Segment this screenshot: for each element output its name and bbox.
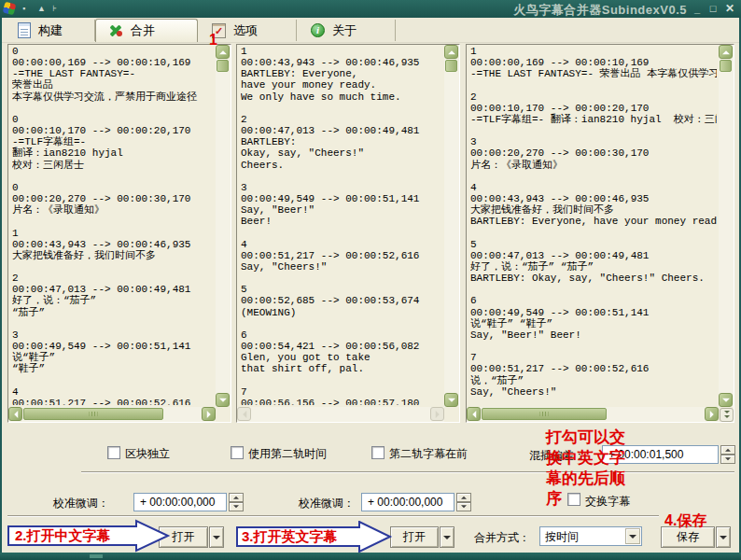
vertical-scroll-thumb[interactable]: [720, 60, 732, 72]
scroll-right-icon[interactable]: [202, 407, 216, 421]
scroll-up-icon[interactable]: [216, 45, 230, 59]
calibrate-stepper-2[interactable]: [456, 493, 471, 511]
scroll-right-icon: [430, 407, 444, 421]
mix-offset-stepper[interactable]: [720, 445, 735, 464]
scroll-down-icon[interactable]: [444, 393, 458, 407]
merge-mode-value: 按时间: [545, 529, 579, 545]
separator: [7, 515, 659, 517]
window-title: 火鸟字幕合并器SubindexV0.5: [513, 2, 687, 19]
merged-subtitle-text: 1 00:00:00,169 --> 00:00:10,169 -=THE LA…: [470, 46, 717, 405]
titlebar-arrow-icon: ▲: [37, 2, 46, 16]
chinese-subtitle-text: 0 00:00:00,169 --> 00:00:10,169 -=THE LA…: [12, 46, 214, 405]
open-english-dropdown-icon[interactable]: [440, 526, 454, 548]
block-independent-checkbox[interactable]: [107, 446, 120, 459]
vertical-scrollbar[interactable]: [444, 45, 459, 407]
horizontal-scrollbar[interactable]: [8, 407, 216, 422]
maximize-icon[interactable]: □: [706, 2, 720, 15]
merged-subtitle-textarea[interactable]: 1 00:00:00,169 --> 00:00:10,169 -=THE LA…: [466, 44, 734, 423]
scroll-left-icon[interactable]: [8, 407, 22, 421]
spin-down-icon[interactable]: [456, 502, 471, 511]
scroll-right-icon[interactable]: [705, 407, 719, 421]
scroll-down-icon[interactable]: [719, 393, 733, 407]
step1-annotation: 1: [209, 32, 217, 49]
separator: [81, 471, 734, 473]
window-border-left: [0, 0, 2, 560]
step2-text: 2.打开中文字幕: [15, 527, 111, 545]
open-english-button[interactable]: 打开: [390, 526, 439, 548]
tab-options-label: 选项: [233, 22, 258, 39]
spin-down-icon[interactable]: [720, 455, 735, 464]
close-icon[interactable]: ✕: [723, 2, 736, 15]
step3-text: 3.打开英文字幕: [242, 528, 338, 546]
horizontal-scrollbar[interactable]: [467, 407, 719, 422]
merge-mode-select[interactable]: 按时间: [539, 526, 642, 546]
horizontal-scroll-thumb[interactable]: [23, 408, 163, 420]
step4-annotation: 4.保存: [664, 511, 706, 531]
toolbar: 构建 合并 选项 关于: [2, 18, 739, 43]
horizontal-scrollbar[interactable]: [237, 407, 444, 422]
resize-grip: [90, 554, 103, 558]
english-subtitle-textarea[interactable]: 1 00:00:43,943 --> 00:00:46,935 BARTLEBY…: [236, 44, 460, 423]
calibrate-input-1[interactable]: + 00:00:00,000: [133, 493, 227, 511]
titlebar[interactable]: ▪ ▲ ⊦ 火鸟字幕合并器SubindexV0.5 _ □ ✕: [0, 0, 741, 18]
spin-up-icon[interactable]: [229, 493, 244, 502]
scroll-left-icon[interactable]: [467, 407, 481, 421]
calibrate-label-2: 校准微调：: [299, 496, 355, 511]
calibrate-stepper-1[interactable]: [229, 493, 244, 511]
spin-up-icon[interactable]: [456, 493, 471, 502]
block-independent-label: 区块独立: [125, 446, 170, 462]
second-track-first-checkbox[interactable]: [371, 446, 384, 459]
tab-merge-label: 合并: [131, 22, 155, 39]
double-chevron-down-icon[interactable]: [720, 408, 734, 422]
merge-icon: [108, 23, 123, 38]
open-chinese-dropdown-icon[interactable]: [209, 526, 224, 548]
horizontal-scroll-thumb[interactable]: [482, 408, 607, 420]
minimize-icon[interactable]: _: [691, 2, 704, 15]
calibrate-label-1: 校准微调：: [53, 496, 109, 511]
vertical-scroll-thumb[interactable]: [217, 60, 229, 72]
second-track-first-label: 第二轨字幕在前: [389, 446, 468, 462]
chinese-subtitle-textarea[interactable]: 0 00:00:00,169 --> 00:00:10,169 -=THE LA…: [7, 44, 231, 423]
tab-build-label: 构建: [38, 22, 63, 39]
titlebar-mark-icon: ⊦: [52, 2, 57, 16]
build-document-icon: [18, 22, 31, 38]
spin-up-icon[interactable]: [720, 445, 735, 455]
vertical-scrollbar[interactable]: [719, 45, 734, 407]
use-second-track-time-checkbox[interactable]: [231, 446, 244, 459]
english-subtitle-text: 1 00:00:43,943 --> 00:00:46,935 BARTLEBY…: [241, 46, 442, 405]
step2-arrow-callout: 2.打开中文字幕: [7, 519, 175, 553]
tab-about[interactable]: 关于: [299, 20, 396, 41]
scroll-down-icon[interactable]: [216, 393, 230, 407]
combo-dropdown-icon[interactable]: [625, 528, 640, 544]
scroll-up-icon[interactable]: [444, 45, 458, 59]
scroll-left-icon: [237, 407, 251, 421]
app-logo-icon: [3, 2, 17, 16]
use-second-track-time-label: 使用第二轨时间: [248, 446, 327, 462]
tab-build[interactable]: 构建: [6, 20, 95, 41]
scroll-up-icon[interactable]: [719, 45, 733, 59]
vertical-scroll-thumb[interactable]: [445, 60, 457, 72]
window-border-bottom: [0, 553, 741, 560]
step3-arrow-callout: 3.打开英文字幕: [236, 521, 393, 553]
calibrate-input-2[interactable]: + 00:00:00,000: [361, 493, 454, 511]
titlebar-dot-icon: ▪: [22, 2, 25, 16]
about-info-icon: [311, 23, 325, 37]
vertical-scrollbar[interactable]: [216, 45, 231, 407]
spin-down-icon[interactable]: [229, 502, 244, 511]
app-window: ▪ ▲ ⊦ 火鸟字幕合并器SubindexV0.5 _ □ ✕ 构建 合并 选项…: [0, 0, 741, 560]
tab-about-label: 关于: [332, 22, 357, 39]
merge-mode-label: 合并方式：: [474, 530, 530, 546]
swap-note-annotation: 打勾可以交换中英文字幕的先后顺序: [546, 427, 628, 510]
save-dropdown-icon[interactable]: [716, 526, 731, 548]
tab-merge[interactable]: 合并: [95, 19, 198, 42]
